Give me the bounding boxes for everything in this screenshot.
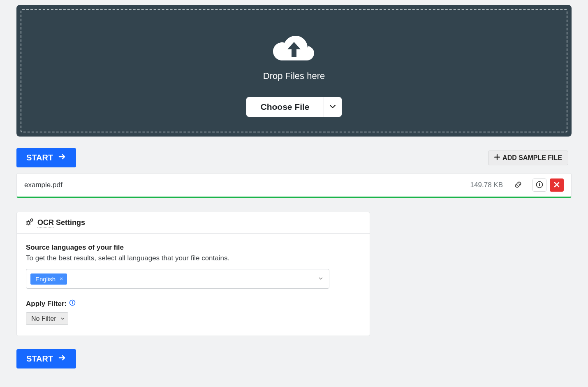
source-languages-select[interactable]: English × — [26, 269, 329, 289]
start-button-top[interactable]: START — [16, 148, 76, 167]
svg-point-6 — [72, 301, 73, 302]
file-row: example.pdf 149.78 KB — [16, 173, 572, 198]
svg-point-3 — [27, 222, 30, 225]
action-row: START ADD SAMPLE FILE — [16, 148, 572, 167]
choose-file-button[interactable]: Choose File — [246, 97, 323, 117]
chevron-down-icon — [329, 103, 336, 111]
choose-file-group: Choose File — [246, 97, 341, 117]
info-icon — [536, 181, 543, 190]
source-languages-title: Source languages of your file — [26, 243, 361, 252]
language-chip-remove-icon[interactable]: × — [60, 276, 63, 282]
svg-rect-2 — [539, 184, 540, 186]
info-icon[interactable] — [69, 299, 76, 308]
arrow-right-icon — [58, 153, 66, 163]
ocr-settings-title: OCR Settings — [37, 218, 85, 227]
ocr-settings-body: Source languages of your file To get the… — [17, 234, 370, 336]
ocr-abbr: OCR — [37, 218, 54, 227]
close-icon — [553, 181, 560, 189]
ocr-settings-header: OCR Settings — [17, 212, 370, 234]
filter-select-wrap: No Filter — [26, 312, 68, 325]
add-sample-file-button[interactable]: ADD SAMPLE FILE — [488, 151, 568, 165]
dropzone-text: Drop Files here — [263, 71, 325, 81]
bottom-start-row: START — [16, 349, 572, 368]
file-size: 149.78 KB — [470, 181, 503, 189]
svg-point-4 — [30, 219, 33, 221]
ocr-settings-panel: OCR Settings Source languages of your fi… — [16, 212, 370, 336]
start-button-label: START — [26, 153, 53, 162]
source-languages-desc: To get the best results, select all lang… — [26, 254, 361, 262]
cloud-upload-icon — [271, 30, 317, 67]
apply-filter-label: Apply Filter: — [26, 300, 67, 308]
ocr-settings-suffix: Settings — [56, 218, 85, 227]
plus-icon — [494, 154, 500, 162]
file-remove-button[interactable] — [550, 178, 564, 192]
add-sample-file-label: ADD SAMPLE FILE — [502, 154, 562, 162]
link-icon — [514, 181, 522, 190]
dropzone[interactable]: Drop Files here Choose File — [21, 9, 567, 132]
svg-point-1 — [539, 183, 540, 183]
dropzone-container: Drop Files here Choose File — [16, 5, 572, 137]
start-button-label: START — [26, 354, 53, 364]
arrow-right-icon — [58, 354, 66, 364]
file-link-button[interactable] — [511, 178, 525, 192]
gears-icon — [26, 218, 34, 227]
caret-down-icon — [318, 275, 323, 283]
language-chip-english: English × — [30, 273, 67, 285]
svg-rect-7 — [72, 302, 73, 304]
file-name: example.pdf — [24, 181, 470, 189]
filter-select[interactable]: No Filter — [26, 312, 68, 325]
apply-filter-row: Apply Filter: — [26, 299, 361, 308]
file-info-button[interactable] — [532, 178, 546, 192]
language-chip-label: English — [35, 276, 56, 283]
start-button-bottom[interactable]: START — [16, 349, 76, 368]
choose-file-dropdown-button[interactable] — [324, 97, 342, 117]
